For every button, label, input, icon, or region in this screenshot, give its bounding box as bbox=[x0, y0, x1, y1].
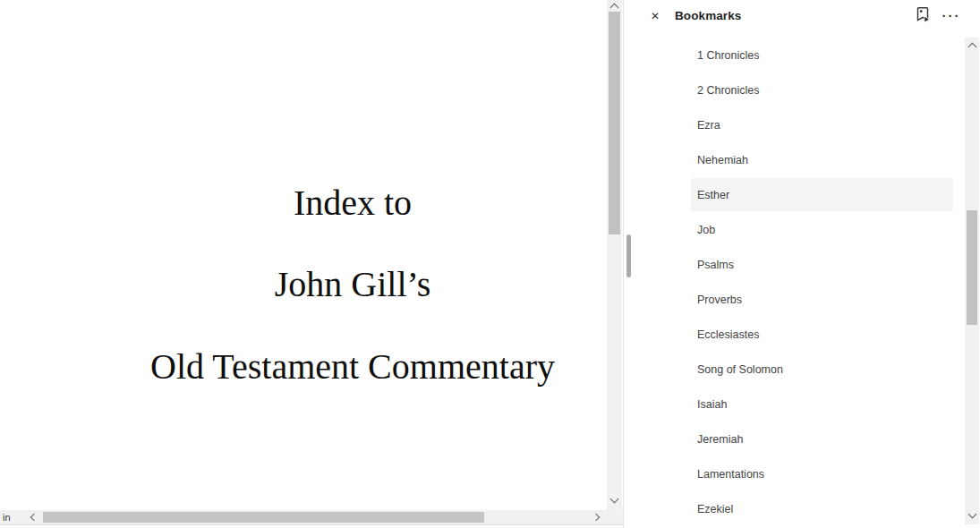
document-viewport[interactable]: Index to John Gill’s Old Testament Comme… bbox=[0, 0, 623, 528]
close-panel-button[interactable]: ✕ bbox=[647, 8, 663, 24]
bookmark-item-job[interactable]: Job bbox=[624, 213, 962, 248]
bookmark-item-label: Jeremiah bbox=[697, 422, 743, 457]
bookmark-item-jeremiah[interactable]: Jeremiah bbox=[624, 422, 962, 457]
bookmark-item-ezekiel[interactable]: Ezekiel bbox=[624, 492, 962, 527]
bookmark-item-song-of-solomon[interactable]: Song of Solomon bbox=[624, 353, 962, 387]
page-size-unit-label: in bbox=[3, 510, 11, 524]
document-vertical-scrollbar[interactable] bbox=[607, 0, 622, 510]
document-title-line-1: Index to bbox=[294, 185, 412, 221]
bookmark-item-isaiah[interactable]: Isaiah bbox=[624, 387, 962, 422]
bookmark-item-proverbs[interactable]: Proverbs bbox=[624, 283, 962, 318]
bookmark-item-psalms[interactable]: Psalms bbox=[624, 248, 962, 283]
bookmark-add-icon bbox=[914, 5, 932, 27]
document-title-line-3: Old Testament Commentary bbox=[150, 349, 555, 385]
bookmarks-panel-title: Bookmarks bbox=[675, 9, 741, 22]
bookmark-item-2-chronicles[interactable]: 2 Chronicles bbox=[624, 73, 962, 108]
bookmark-item-label: Ezra bbox=[697, 108, 720, 143]
scroll-up-button[interactable] bbox=[607, 0, 622, 12]
document-vertical-scrollbar-thumb[interactable] bbox=[609, 12, 620, 234]
close-icon: ✕ bbox=[651, 10, 660, 22]
panel-options-button[interactable]: ··· bbox=[941, 5, 962, 27]
bookmark-item-label: Song of Solomon bbox=[697, 353, 783, 387]
bookmark-item-label: Proverbs bbox=[697, 283, 742, 318]
bookmark-item-1-chronicles[interactable]: 1 Chronicles bbox=[624, 38, 962, 73]
bookmark-item-label: Ezekiel bbox=[697, 492, 733, 527]
bookmark-item-label: Isaiah bbox=[697, 387, 727, 422]
bookmark-item-label: Lamentations bbox=[697, 457, 764, 492]
bookmark-item-label: 1 Chronicles bbox=[697, 38, 759, 73]
bookmarks-scrollbar[interactable] bbox=[965, 38, 979, 524]
bookmark-item-label: Esther bbox=[697, 178, 729, 213]
chevron-up-icon bbox=[610, 4, 619, 13]
scroll-down-button[interactable] bbox=[607, 493, 622, 507]
document-horizontal-scrollbar[interactable]: in bbox=[0, 510, 623, 524]
chevron-down-icon bbox=[967, 509, 976, 518]
bookmarks-panel-header: ✕ Bookmarks ··· bbox=[624, 0, 980, 36]
chevron-down-icon bbox=[610, 494, 619, 503]
chevron-right-icon bbox=[592, 514, 600, 521]
chevron-up-icon bbox=[967, 42, 976, 51]
bookmark-item-lamentations[interactable]: Lamentations bbox=[624, 457, 962, 492]
bookmark-item-label: Psalms bbox=[697, 248, 734, 283]
bookmarks-scrollbar-thumb[interactable] bbox=[967, 210, 977, 325]
bookmark-item-label: Nehemiah bbox=[697, 143, 748, 178]
scroll-left-button[interactable] bbox=[27, 510, 41, 524]
bookmark-item-label: 2 Chronicles bbox=[697, 73, 759, 108]
bookmarks-scroll-up-button[interactable] bbox=[965, 40, 979, 53]
panel-resize-handle[interactable] bbox=[626, 234, 631, 277]
document-title-line-2: John Gill’s bbox=[275, 267, 430, 302]
scroll-right-button[interactable] bbox=[589, 510, 603, 524]
overflow-menu-icon: ··· bbox=[942, 5, 961, 27]
bookmarks-panel: ✕ Bookmarks ··· 1 Chronicles2 Chronicles… bbox=[623, 0, 980, 528]
document-horizontal-scrollbar-thumb[interactable] bbox=[43, 512, 484, 523]
bookmark-item-ecclesiastes[interactable]: Ecclesiastes bbox=[624, 318, 962, 353]
bookmark-item-label: Ecclesiastes bbox=[697, 318, 759, 353]
bookmarks-scroll-down-button[interactable] bbox=[965, 507, 979, 521]
pdf-viewer-window: Index to John Gill’s Old Testament Comme… bbox=[0, 0, 980, 528]
new-bookmark-button[interactable] bbox=[912, 5, 933, 27]
bookmark-item-esther[interactable]: Esther bbox=[624, 178, 962, 213]
chevron-left-icon bbox=[30, 514, 38, 521]
bookmarks-list: 1 Chronicles2 ChroniclesEzraNehemiahEsth… bbox=[624, 38, 962, 527]
bookmark-item-ezra[interactable]: Ezra bbox=[624, 108, 962, 143]
bookmark-item-label: Job bbox=[697, 213, 715, 248]
bookmark-item-nehemiah[interactable]: Nehemiah bbox=[624, 143, 962, 178]
